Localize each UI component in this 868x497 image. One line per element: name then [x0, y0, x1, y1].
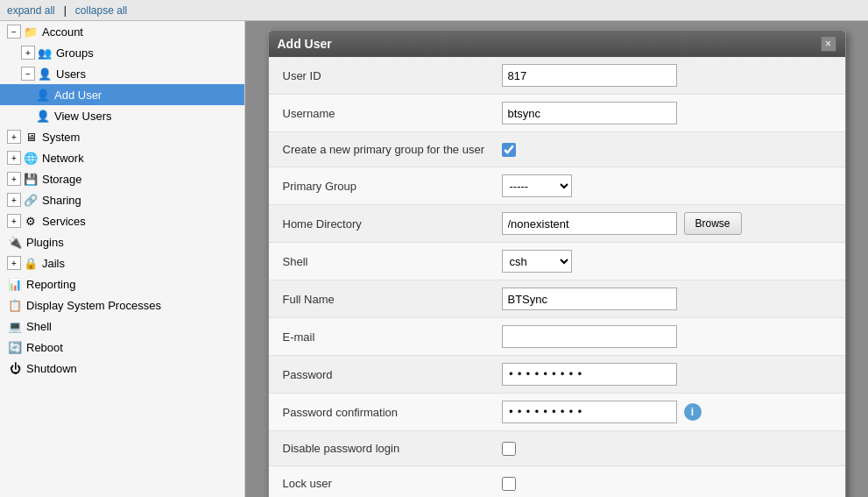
network-icon: 🌐 [23, 150, 39, 166]
password-confirm-control: i [502, 401, 831, 423]
shell-label: Shell [283, 255, 502, 268]
sidebar-label-display: Display System Processes [26, 299, 161, 312]
display-icon: 📋 [7, 297, 23, 313]
sidebar-label-view-users: View Users [54, 110, 112, 123]
sidebar-item-display[interactable]: 📋 Display System Processes [0, 295, 244, 316]
sidebar-label-shell: Shell [26, 320, 52, 333]
jails-icon: 🔒 [23, 255, 39, 271]
modal-body: User ID Username Create a [269, 57, 845, 497]
sidebar-item-services[interactable]: + ⚙ Services [0, 210, 244, 231]
password-label: Password [283, 368, 502, 381]
toggle-network[interactable]: + [7, 151, 21, 165]
sidebar-item-shell[interactable]: 💻 Shell [0, 316, 244, 337]
form-row-username: Username [269, 95, 845, 132]
browse-button[interactable]: Browse [684, 212, 742, 235]
modal-title: Add User [278, 37, 332, 51]
form-row-create-group: Create a new primary group for the user [269, 132, 845, 167]
sidebar-item-groups[interactable]: + 👥 Groups [0, 42, 244, 63]
plugins-icon: 🔌 [7, 234, 23, 250]
users-icon: 👤 [37, 66, 53, 82]
reboot-icon: 🔄 [7, 339, 23, 355]
form-row-lock-user: Lock user [269, 466, 845, 497]
home-dir-input[interactable] [502, 212, 677, 235]
toggle-system[interactable]: + [7, 130, 21, 144]
sidebar-label-storage: Storage [42, 173, 82, 186]
full-name-label: Full Name [283, 293, 502, 306]
group-icon: 👥 [37, 45, 53, 60]
username-label: Username [283, 107, 502, 120]
storage-icon: 💾 [23, 171, 39, 187]
sidebar-item-users[interactable]: − 👤 Users [0, 63, 244, 84]
sidebar-label-system: System [42, 131, 80, 144]
password-confirm-input[interactable] [502, 401, 677, 423]
sidebar-label-reboot: Reboot [26, 341, 63, 354]
full-name-input[interactable] [502, 288, 677, 310]
top-bar: expand all | collapse all [0, 0, 868, 21]
home-dir-control: Browse [502, 212, 831, 235]
lock-user-label: Lock user [283, 477, 502, 490]
toggle-jails[interactable]: + [7, 256, 21, 270]
email-label: E-mail [283, 330, 502, 344]
shell-select[interactable]: csh /bin/sh /bin/bash /sbin/nologin [502, 250, 572, 273]
sidebar-label-groups: Groups [56, 46, 94, 60]
sidebar: − 📁 Account + 👥 Groups − 👤 Users 👤 Add U… [0, 21, 245, 497]
create-group-label: Create a new primary group for the user [283, 143, 502, 156]
sidebar-item-storage[interactable]: + 💾 Storage [0, 168, 244, 189]
username-input[interactable] [502, 102, 677, 124]
sidebar-label-add-user: Add User [54, 89, 102, 102]
shell-icon: 💻 [7, 318, 23, 334]
home-dir-label: Home Directory [283, 217, 502, 231]
sidebar-item-jails[interactable]: + 🔒 Jails [0, 252, 244, 273]
content-area: Add User × User ID Username [245, 21, 868, 497]
sidebar-item-sharing[interactable]: + 🔗 Sharing [0, 189, 244, 210]
modal-header: Add User × [269, 31, 845, 57]
sidebar-item-system[interactable]: + 🖥 System [0, 126, 244, 147]
modal-close-button[interactable]: × [821, 36, 836, 52]
password-confirm-label: Password confirmation [283, 406, 502, 419]
form-row-email: E-mail [269, 318, 845, 356]
toggle-groups[interactable]: + [21, 46, 35, 60]
username-control [502, 102, 831, 124]
main-layout: − 📁 Account + 👥 Groups − 👤 Users 👤 Add U… [0, 21, 868, 497]
add-user-modal: Add User × User ID Username [268, 30, 846, 497]
create-group-checkbox[interactable] [502, 143, 516, 157]
form-row-disable-password: Disable password login [269, 431, 845, 466]
modal-overlay: Add User × User ID Username [245, 21, 868, 497]
form-row-password-confirm: Password confirmation i [269, 394, 845, 431]
sidebar-item-add-user[interactable]: 👤 Add User [0, 84, 244, 105]
sidebar-item-plugins[interactable]: 🔌 Plugins [0, 231, 244, 252]
sidebar-label-sharing: Sharing [42, 194, 81, 207]
password-input[interactable] [502, 363, 677, 386]
sidebar-item-reporting[interactable]: 📊 Reporting [0, 273, 244, 295]
sidebar-label-account: Account [42, 25, 83, 39]
toggle-users[interactable]: − [21, 67, 35, 81]
email-input[interactable] [502, 325, 677, 348]
sidebar-item-account[interactable]: − 📁 Account [0, 21, 244, 42]
toggle-storage[interactable]: + [7, 172, 21, 186]
toggle-account[interactable]: − [7, 25, 21, 39]
sidebar-item-shutdown[interactable]: ⏻ Shutdown [0, 358, 244, 379]
disable-password-checkbox[interactable] [502, 442, 516, 456]
sidebar-label-plugins: Plugins [26, 236, 64, 249]
user-id-control [502, 64, 831, 87]
user-id-input[interactable] [502, 64, 677, 87]
full-name-control [502, 288, 831, 310]
expand-all-link[interactable]: expand all [7, 4, 55, 17]
sidebar-item-reboot[interactable]: 🔄 Reboot [0, 337, 244, 358]
primary-group-select[interactable]: ----- [502, 174, 572, 197]
form-row-password: Password [269, 356, 845, 394]
sidebar-item-network[interactable]: + 🌐 Network [0, 147, 244, 168]
system-icon: 🖥 [23, 129, 39, 145]
sidebar-label-shutdown: Shutdown [26, 362, 77, 375]
add-user-icon: 👤 [35, 87, 51, 103]
form-row-shell: Shell csh /bin/sh /bin/bash /sbin/nologi… [269, 243, 845, 280]
toggle-sharing[interactable]: + [7, 193, 21, 207]
info-icon[interactable]: i [684, 403, 702, 421]
lock-user-checkbox[interactable] [502, 477, 516, 491]
toggle-services[interactable]: + [7, 214, 21, 228]
collapse-all-link[interactable]: collapse all [75, 4, 127, 17]
primary-group-label: Primary Group [283, 180, 502, 193]
sidebar-item-view-users[interactable]: 👤 View Users [0, 105, 244, 126]
reporting-icon: 📊 [7, 276, 23, 292]
services-icon: ⚙ [23, 213, 39, 229]
